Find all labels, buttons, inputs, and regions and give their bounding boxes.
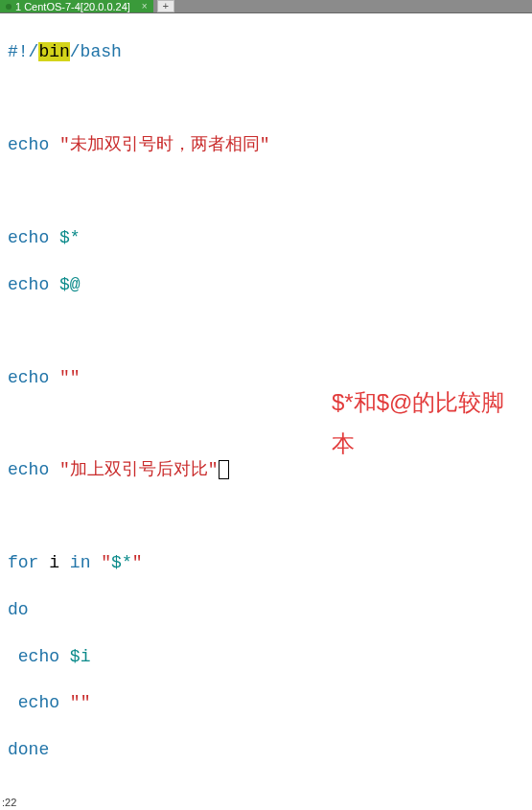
kw-echo: echo — [8, 460, 49, 479]
kw-echo: echo — [8, 368, 49, 387]
plus-icon: + — [162, 1, 169, 12]
code-line: echo "" — [8, 691, 524, 714]
var-at: $@ — [59, 275, 81, 294]
code-line: for i in "$*" — [8, 551, 524, 574]
tab-label: 1 CentOS-7-4[20.0.0.24] — [15, 1, 130, 12]
code-line — [8, 87, 524, 110]
add-tab-button[interactable]: + — [157, 0, 174, 12]
string-quote: " — [101, 553, 111, 572]
string-lit: 加上双引号后对比 — [70, 460, 208, 479]
editor-pane[interactable]: #!/bin/bash echo "未加双引号时，两者相同" echo $* e… — [0, 13, 532, 810]
kw-echo: echo — [8, 135, 49, 154]
annotation-label: $*和$@的比较脚本 — [332, 382, 523, 464]
code-line: echo $* — [8, 226, 524, 249]
code-line: echo "未加双引号时，两者相同" — [8, 133, 524, 156]
var-star: $* — [59, 228, 81, 247]
string-quote: " — [70, 693, 81, 712]
var-name: i — [49, 553, 59, 572]
kw-do: do — [8, 600, 29, 619]
string-quote: " — [59, 135, 70, 154]
kw-echo: echo — [8, 275, 49, 294]
kw-echo: echo — [8, 228, 49, 247]
string-quote: " — [59, 460, 70, 479]
string-quote: " — [81, 693, 91, 712]
tab-active[interactable]: 1 CentOS-7-4[20.0.0.24] × — [0, 0, 153, 12]
code-line: done — [8, 738, 524, 761]
code-line — [8, 784, 524, 807]
tab-bar: 1 CentOS-7-4[20.0.0.24] × + — [0, 0, 532, 13]
cursor-icon — [219, 460, 229, 479]
code-line — [8, 180, 524, 203]
var-ref: $* — [111, 553, 132, 572]
kw-done: done — [8, 740, 49, 759]
bottom-status: :22 — [0, 795, 18, 810]
string-quote: " — [208, 460, 219, 479]
var-ref: $i — [70, 647, 91, 666]
kw-in: in — [70, 553, 91, 572]
tab-indicator-icon — [6, 4, 12, 10]
shebang-suffix: /bash — [70, 42, 122, 61]
string-quote: " — [70, 368, 81, 387]
shebang-prefix: #!/ — [8, 42, 38, 61]
kw-echo: echo — [18, 647, 59, 666]
kw-echo: echo — [18, 693, 59, 712]
code-line: do — [8, 598, 524, 621]
code-line: echo $i — [8, 645, 524, 668]
string-quote: " — [132, 553, 143, 572]
code-line: echo $@ — [8, 273, 524, 296]
code-line — [8, 505, 524, 528]
kw-for: for — [8, 553, 38, 572]
close-icon[interactable]: × — [142, 1, 148, 12]
code-line: #!/bin/bash — [8, 40, 524, 63]
string-quote: " — [59, 368, 70, 387]
string-quote: " — [260, 135, 270, 154]
string-lit: 未加双引号时，两者相同 — [70, 135, 260, 154]
code-line — [8, 319, 524, 342]
highlight-bin: bin — [38, 42, 69, 61]
